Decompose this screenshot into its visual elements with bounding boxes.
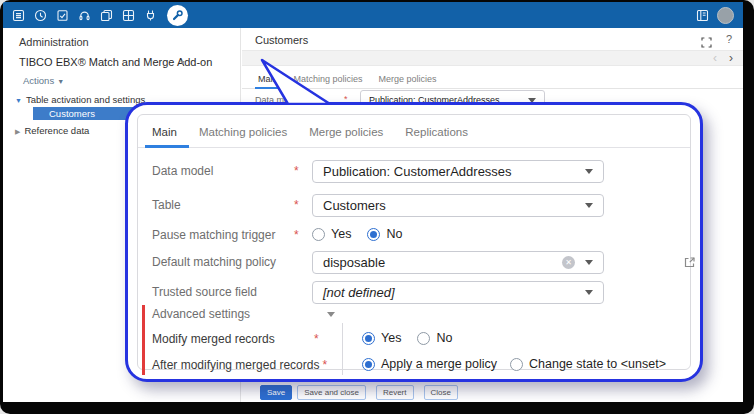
radio-option-change-state[interactable]: Change state to <unset> [510,357,666,371]
after-modifying-merged-records-label: After modifying merged records* [152,358,327,372]
data-model-label: Data model [152,164,213,178]
radio-option-yes-selected[interactable]: Yes [362,331,401,345]
connector-icon[interactable] [144,9,157,22]
trusted-source-field-label: Trusted source field [152,285,257,299]
clear-value-icon[interactable] [562,256,575,269]
pause-matching-trigger-radios: Yes No [312,227,402,241]
after-modifying-merged-records-radios: Apply a merge policy Change state to <un… [362,357,666,371]
popup-tab-main[interactable]: Main [152,115,177,147]
modify-merged-records-radios: Yes No [362,331,452,345]
administration-wrench-icon-active[interactable] [167,5,188,26]
dataservices-icon[interactable] [78,9,91,22]
modified-section-bar [142,305,145,375]
open-in-new-window-icon[interactable] [683,255,696,268]
radio-option-no[interactable]: No [417,331,452,345]
save-button[interactable]: Save [260,385,292,400]
next-record-icon[interactable]: › [729,51,733,65]
history-icon[interactable] [34,9,47,22]
default-matching-policy-label: Default matching policy [152,255,276,269]
modify-merged-records-label: Modify merged records [152,332,275,346]
tree-collapsed-caret-icon[interactable]: ▶ [15,128,20,135]
layout-panel-icon[interactable] [696,9,709,22]
tree-group-reference-data[interactable]: ▶Reference data [15,125,89,136]
user-avatar[interactable] [717,7,734,24]
popup-tab-bar: Main Matching policies Merge policies Re… [138,115,690,148]
required-mark: * [322,358,327,372]
close-button[interactable]: Close [424,385,458,400]
save-and-close-button[interactable]: Save and close [297,385,366,400]
dropdown-caret-icon [585,290,593,295]
help-button[interactable]: ? [726,33,732,45]
radio-option-no-selected[interactable]: No [367,227,402,241]
data-model-dropdown[interactable]: Publication: CustomerAddresses [312,160,604,183]
revert-button[interactable]: Revert [376,385,414,400]
sidebar-title: Administration [19,36,89,48]
top-navigation-bar [3,2,743,28]
settings-form-panel: Main Matching policies Merge policies Re… [137,114,691,370]
workflow-icon[interactable] [122,9,135,22]
required-mark: * [294,164,299,178]
form-action-buttons: Save Save and close Revert Close [260,385,458,400]
datasets-icon[interactable] [12,9,25,22]
radio-icon[interactable] [312,228,325,241]
popup-tab-merge-policies[interactable]: Merge policies [309,115,383,147]
actions-caret-icon: ▼ [57,78,64,85]
dropdown-caret-icon [585,203,593,208]
fullscreen-icon[interactable] [701,34,712,45]
popup-tab-matching-policies[interactable]: Matching policies [199,115,287,147]
callout-pointer-icon [252,57,332,105]
radio-icon[interactable] [417,332,430,345]
documents-icon[interactable] [100,9,113,22]
radio-option-apply-merge-policy-selected[interactable]: Apply a merge policy [362,357,497,371]
pause-matching-trigger-label: Pause matching trigger [152,228,275,242]
required-mark: * [294,228,299,242]
table-label: Table [152,198,181,212]
browser-content: Administration TIBCO EBX® Match and Merg… [3,2,743,402]
advanced-settings-toggle[interactable]: Advanced settings [152,307,250,321]
radio-option-yes[interactable]: Yes [312,227,351,241]
module-caret-icon[interactable]: ▼ [179,59,186,66]
radio-icon[interactable] [510,358,523,371]
label-control-divider [342,323,343,375]
collapse-caret-icon[interactable] [327,312,335,317]
application-window: Administration TIBCO EBX® Match and Merg… [0,0,754,414]
zoom-callout-bubble: Main Matching policies Merge policies Re… [125,102,703,382]
popup-tab-replications[interactable]: Replications [405,115,468,147]
radio-selected-icon[interactable] [367,228,380,241]
tree-expanded-caret-icon[interactable]: ▼ [15,97,22,104]
tree-group-table-activation[interactable]: ▼Table activation and settings [15,94,145,105]
default-matching-policy-dropdown[interactable]: disposable [312,251,604,274]
trusted-source-field-dropdown[interactable]: [not defined] [312,281,604,304]
radio-selected-icon[interactable] [362,332,375,345]
radio-selected-icon[interactable] [362,358,375,371]
dropdown-caret-icon [585,169,593,174]
dropdown-caret-icon [585,260,593,265]
previous-record-icon[interactable]: ‹ [713,51,717,65]
required-mark: * [294,198,299,212]
page-title: Customers [255,34,308,46]
tab-merge-policies[interactable]: Merge policies [379,68,437,88]
table-dropdown[interactable]: Customers [312,194,604,217]
validation-icon[interactable] [56,9,69,22]
required-mark: * [314,332,319,346]
actions-menu[interactable]: Actions▼ [23,75,64,86]
